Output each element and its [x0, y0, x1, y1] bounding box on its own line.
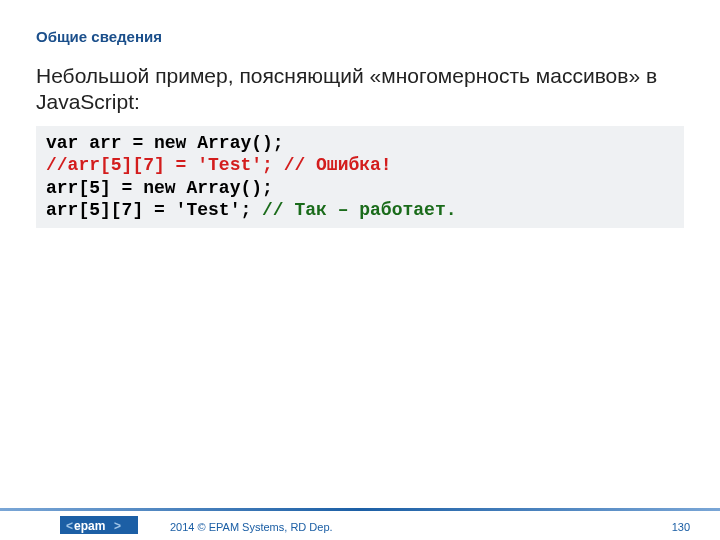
svg-text:>: > — [114, 519, 121, 533]
footer-divider — [0, 508, 720, 511]
svg-text:<: < — [66, 519, 73, 533]
code-line-1: var arr = new Array(); — [46, 133, 284, 153]
slide-footer: < epam > 2014 © EPAM Systems, RD Dep. 13… — [0, 508, 720, 540]
code-line-3: arr[5] = new Array(); — [46, 178, 273, 198]
code-line-4-code: arr[5][7] = 'Test'; — [46, 200, 262, 220]
intro-text: Небольшой пример, поясняющий «многомерно… — [0, 45, 720, 116]
code-line-2-error: //arr[5][7] = 'Test'; // Ошибка! — [46, 155, 392, 175]
section-title: Общие сведения — [0, 0, 720, 45]
code-line-4-comment: // Так – работает. — [262, 200, 456, 220]
slide: Общие сведения Небольшой пример, поясняю… — [0, 0, 720, 540]
footer-copyright: 2014 © EPAM Systems, RD Dep. — [170, 521, 333, 533]
svg-text:epam: epam — [74, 519, 105, 533]
page-number: 130 — [672, 521, 690, 533]
epam-logo: < epam > — [60, 514, 138, 536]
code-block: var arr = new Array(); //arr[5][7] = 'Te… — [36, 126, 684, 228]
